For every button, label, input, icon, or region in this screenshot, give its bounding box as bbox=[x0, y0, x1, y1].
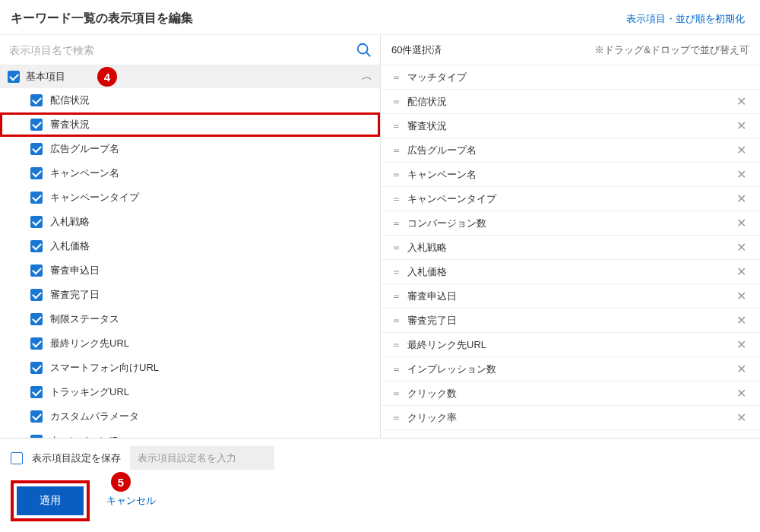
selected-item-row[interactable]: ＝審査申込日✕ bbox=[381, 284, 760, 309]
selected-item-row[interactable]: ＝入札価格✕ bbox=[381, 260, 760, 284]
remove-icon[interactable]: ✕ bbox=[733, 239, 749, 256]
remove-icon[interactable]: ✕ bbox=[733, 190, 749, 207]
available-item-row[interactable]: カスタムパラメータ bbox=[0, 404, 380, 429]
selected-item-row[interactable]: ＝クリック率✕ bbox=[381, 406, 760, 430]
available-item-row[interactable]: 入札価格 bbox=[0, 234, 380, 258]
drag-handle-icon[interactable]: ＝ bbox=[391, 290, 400, 303]
selected-item-row[interactable]: ＝配信状況✕ bbox=[381, 90, 760, 114]
available-item-row[interactable]: 最終リンク先URL bbox=[0, 331, 380, 356]
drag-handle-icon[interactable]: ＝ bbox=[391, 168, 400, 182]
drag-handle-icon[interactable]: ＝ bbox=[391, 314, 400, 328]
drag-handle-icon[interactable]: ＝ bbox=[391, 338, 400, 352]
available-item-row[interactable]: 入札戦略 bbox=[0, 210, 380, 234]
drag-handle-icon[interactable]: ＝ bbox=[391, 144, 400, 157]
available-item-row[interactable]: 制限ステータス bbox=[0, 307, 380, 331]
item-checkbox[interactable] bbox=[30, 167, 43, 179]
item-checkbox[interactable] bbox=[30, 337, 43, 350]
remove-icon[interactable]: ✕ bbox=[733, 93, 749, 110]
remove-icon[interactable]: ✕ bbox=[733, 360, 749, 378]
selected-item-row[interactable]: ＝審査状況✕ bbox=[381, 114, 760, 138]
selected-item-row[interactable]: ＝インプレッション数✕ bbox=[381, 357, 760, 382]
remove-icon[interactable]: ✕ bbox=[733, 287, 749, 305]
item-label: カスタムパラメータ bbox=[50, 410, 139, 423]
selected-item-row[interactable]: ＝最終リンク先URL✕ bbox=[381, 333, 760, 357]
item-checkbox[interactable] bbox=[30, 192, 43, 204]
search-icon[interactable] bbox=[356, 42, 372, 59]
apply-button-highlight: 適用 bbox=[11, 480, 90, 521]
cancel-link[interactable]: キャンセル bbox=[106, 494, 156, 508]
selected-item-row[interactable]: ＝キャンペーン名✕ bbox=[381, 163, 760, 187]
remove-icon[interactable]: ✕ bbox=[733, 166, 749, 183]
item-checkbox[interactable] bbox=[30, 119, 43, 131]
selected-item-label: キャンペーンタイプ bbox=[407, 192, 726, 206]
remove-icon[interactable]: ✕ bbox=[733, 385, 749, 402]
available-items-panel: 基本項目 ︿ 配信状況審査状況広告グループ名キャンペーン名キャンペーンタイプ入札… bbox=[0, 35, 380, 438]
selected-item-label: コンバージョン数 bbox=[407, 217, 726, 230]
drag-handle-icon[interactable]: ＝ bbox=[391, 387, 400, 401]
remove-icon[interactable]: ✕ bbox=[733, 336, 749, 353]
item-checkbox[interactable] bbox=[30, 216, 43, 228]
item-checkbox[interactable] bbox=[30, 313, 43, 325]
available-item-row[interactable]: トラッキングURL bbox=[0, 380, 380, 404]
available-item-row[interactable]: 配信状況 bbox=[0, 88, 380, 112]
available-item-row[interactable]: スマートフォン向けURL bbox=[0, 356, 380, 380]
selected-item-row[interactable]: ＝コンバージョン数✕ bbox=[381, 211, 760, 236]
selected-item-row[interactable]: ＝クリック数✕ bbox=[381, 382, 760, 406]
reset-link[interactable]: 表示項目・並び順を初期化 bbox=[626, 12, 745, 26]
item-checkbox[interactable] bbox=[30, 289, 43, 301]
item-checkbox[interactable] bbox=[30, 240, 43, 252]
item-checkbox[interactable] bbox=[30, 264, 43, 277]
available-item-row[interactable]: 審査申込日 bbox=[0, 258, 380, 283]
available-item-row[interactable]: 審査完了日 bbox=[0, 283, 380, 307]
item-checkbox[interactable] bbox=[30, 362, 43, 374]
drag-handle-icon[interactable]: ＝ bbox=[391, 265, 400, 279]
selected-item-label: 広告グループ名 bbox=[407, 144, 726, 157]
callout-4: 4 bbox=[97, 67, 117, 87]
item-checkbox[interactable] bbox=[30, 410, 43, 423]
item-checkbox[interactable] bbox=[30, 94, 43, 106]
selected-item-label: キャンペーン名 bbox=[407, 168, 726, 182]
right-scroll-area[interactable]: ＝マッチタイプ＝配信状況✕＝審査状況✕＝広告グループ名✕＝キャンペーン名✕＝キャ… bbox=[381, 65, 760, 438]
item-checkbox[interactable] bbox=[30, 143, 43, 155]
available-item-row[interactable]: 審査状況 bbox=[0, 112, 380, 137]
item-checkbox[interactable] bbox=[30, 386, 43, 398]
group-header-basic[interactable]: 基本項目 ︿ bbox=[0, 65, 380, 88]
selected-item-row[interactable]: ＝入札戦略✕ bbox=[381, 236, 760, 260]
left-scroll-area[interactable]: 基本項目 ︿ 配信状況審査状況広告グループ名キャンペーン名キャンペーンタイプ入札… bbox=[0, 65, 380, 438]
available-item-row[interactable]: キャンペーン名 bbox=[0, 161, 380, 185]
apply-button[interactable]: 適用 bbox=[17, 486, 84, 515]
group-checkbox[interactable] bbox=[8, 71, 20, 83]
selected-item-row[interactable]: ＝キャンペーンタイプ✕ bbox=[381, 187, 760, 211]
selected-count-label: 60件選択済 bbox=[391, 43, 442, 57]
selected-item-row[interactable]: ＝マッチタイプ bbox=[381, 65, 760, 90]
remove-icon[interactable]: ✕ bbox=[733, 117, 749, 135]
drag-handle-icon[interactable]: ＝ bbox=[391, 192, 400, 206]
save-settings-checkbox[interactable] bbox=[11, 452, 23, 464]
available-item-row[interactable]: キャンペーンID bbox=[0, 429, 380, 438]
drag-handle-icon[interactable]: ＝ bbox=[391, 411, 400, 425]
save-settings-row: 表示項目設定を保存 bbox=[11, 446, 749, 470]
item-label: トラッキングURL bbox=[50, 385, 129, 399]
selected-item-row[interactable]: ＝審査完了日✕ bbox=[381, 309, 760, 333]
drag-handle-icon[interactable]: ＝ bbox=[391, 71, 400, 84]
item-label: 制限ステータス bbox=[50, 312, 119, 326]
remove-icon[interactable]: ✕ bbox=[733, 409, 749, 426]
search-row bbox=[0, 35, 380, 65]
available-item-row[interactable]: キャンペーンタイプ bbox=[0, 185, 380, 210]
selected-item-row[interactable]: ＝コスト✕ bbox=[381, 430, 760, 438]
drag-handle-icon[interactable]: ＝ bbox=[391, 363, 400, 376]
drag-handle-icon[interactable]: ＝ bbox=[391, 119, 400, 133]
drag-handle-icon[interactable]: ＝ bbox=[391, 241, 400, 255]
remove-icon[interactable]: ✕ bbox=[733, 141, 749, 159]
selected-item-label: 入札戦略 bbox=[407, 241, 726, 255]
drag-handle-icon[interactable]: ＝ bbox=[391, 95, 400, 109]
selected-item-row[interactable]: ＝広告グループ名✕ bbox=[381, 138, 760, 163]
save-settings-name-input[interactable] bbox=[130, 446, 274, 470]
remove-icon[interactable]: ✕ bbox=[733, 214, 749, 232]
remove-icon[interactable]: ✕ bbox=[733, 312, 749, 329]
available-item-row[interactable]: 広告グループ名 bbox=[0, 137, 380, 161]
item-label: 審査申込日 bbox=[50, 264, 100, 277]
remove-icon[interactable]: ✕ bbox=[733, 263, 749, 280]
drag-handle-icon[interactable]: ＝ bbox=[391, 217, 400, 230]
search-input[interactable] bbox=[8, 41, 356, 59]
